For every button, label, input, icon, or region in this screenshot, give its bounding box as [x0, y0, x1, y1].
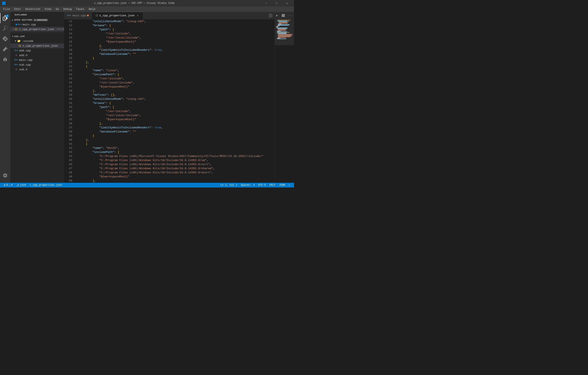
file-main-cpp[interactable]: C++ main.cpp	[10, 58, 64, 62]
line-num-45: 45	[65, 158, 72, 162]
tab-actions: ▶ ···	[268, 12, 294, 19]
layout-button[interactable]	[281, 12, 286, 19]
menu-debug[interactable]: Debug	[61, 7, 74, 11]
project-header[interactable]: ▼ VSC-CPP	[10, 33, 64, 39]
line-numbers: 11 12 13 14 15 16 17 18 19 20 21 22 23 2…	[64, 19, 75, 183]
menu-selection[interactable]: Selection	[23, 7, 42, 11]
status-language[interactable]: JSON	[277, 183, 287, 188]
file-sub-h[interactable]: C sub.h	[10, 67, 64, 72]
activity-git[interactable]	[0, 33, 10, 44]
status-feedback[interactable]: ☺	[287, 183, 292, 188]
tab-main-cpp-label: main.cpp	[73, 14, 86, 17]
line-num-13: 13	[65, 28, 72, 32]
menu-help[interactable]: Help	[87, 7, 98, 11]
sub-h-icon: C	[15, 68, 18, 71]
status-file[interactable]: c_cpp_properties.json	[28, 183, 64, 188]
line-num-43: 43	[65, 150, 72, 154]
maximize-button[interactable]: □	[272, 0, 282, 6]
main-cpp-tab-icon: C++	[67, 14, 71, 17]
line-num-12: 12	[65, 23, 72, 28]
code-line-47: "C:/Program Files (x86)/Windows Kits/10/…	[79, 166, 275, 171]
activity-debug[interactable]	[0, 54, 10, 64]
status-line-ending[interactable]: CRLF	[268, 183, 277, 188]
sub-cpp-icon: C++	[15, 63, 18, 66]
vscode-folder[interactable]: ▼ 📁 .vscode	[10, 39, 64, 43]
tab-close-button[interactable]: ✕	[136, 14, 139, 17]
code-line-25: "/usr/include",	[79, 76, 275, 81]
file-main-cpp-name: main.cpp	[19, 58, 32, 62]
split-editor-button[interactable]	[268, 12, 273, 19]
tab-c-cpp-props-label: c_cpp_properties.json	[99, 14, 135, 17]
code-line-37: "limitSymbolsToIncludedHeaders": true,	[79, 126, 275, 130]
json-tab-icon: {}	[95, 14, 98, 17]
window-title: c_cpp_properties.json — VSC-CPP — Visual…	[7, 2, 261, 5]
status-spaces[interactable]: Spaces: 4	[239, 183, 256, 188]
line-num-29: 29	[65, 93, 72, 97]
line-num-30: 30	[65, 97, 72, 101]
open-editors-header[interactable]: ▶ OPEN EDITORS 1 UNSAVED	[10, 17, 64, 22]
spaces-label: Spaces: 4	[241, 184, 255, 187]
file-sub-cpp[interactable]: C++ sub.cpp	[10, 62, 64, 67]
main-cpp-icon: C++	[15, 58, 18, 62]
more-actions-button[interactable]: ···	[287, 12, 293, 19]
activity-extensions[interactable]	[0, 44, 10, 54]
menu-tasks[interactable]: Tasks	[74, 7, 87, 11]
line-num-46: 46	[65, 162, 72, 166]
unsaved-indicator	[87, 15, 89, 16]
code-line-50: ],	[79, 179, 275, 183]
code-line-27: "${workspaceRoot}"	[79, 85, 275, 89]
activity-settings[interactable]	[0, 170, 10, 181]
line-num-39: 39	[65, 134, 72, 138]
line-num-49: 49	[65, 175, 72, 179]
json-icon: {}	[14, 28, 18, 31]
activity-search[interactable]	[0, 23, 10, 33]
status-errors[interactable]: ⊗ 0 ⚠ 0	[2, 183, 14, 188]
code-line-43: "includePath": [	[79, 150, 275, 154]
window-controls: ─ □ ✕	[261, 0, 292, 6]
file-add-h[interactable]: C add.h	[10, 53, 64, 58]
line-num-50: 50	[65, 179, 72, 183]
line-num-41: 41	[65, 142, 72, 146]
tab-main-cpp[interactable]: C++ main.cpp	[64, 12, 92, 19]
activity-explorer[interactable]: 1	[0, 13, 10, 23]
minimap[interactable]	[275, 19, 294, 183]
open-file-main-cpp[interactable]: C++ main.cpp	[10, 22, 64, 27]
h-file-icon: C	[15, 54, 18, 57]
status-encoding[interactable]: UTF-8	[256, 183, 268, 188]
code-line-20: }	[79, 56, 275, 60]
code-line-35: "${workspaceRoot}"	[79, 118, 275, 121]
menu-view[interactable]: View	[42, 7, 53, 11]
file-name-status: c_cpp_properties.json	[30, 184, 62, 187]
activity-bar: 1	[0, 12, 10, 183]
editor-content[interactable]: 11 12 13 14 15 16 17 18 19 20 21 22 23 2…	[64, 19, 294, 183]
run-button[interactable]: ▶	[274, 12, 280, 19]
main-layout: 1	[0, 12, 294, 183]
folder-arrow-icon: ▼	[14, 39, 17, 43]
tab-c-cpp-props[interactable]: {} c_cpp_properties.json ✕	[92, 12, 143, 19]
close-icon[interactable]: ✕	[13, 28, 14, 31]
open-file-c-cpp-props[interactable]: ✕ {} c_cpp_properties.json .vscode	[10, 27, 64, 32]
line-num-22: 22	[65, 64, 72, 68]
menu-edit[interactable]: Edit	[12, 7, 23, 11]
code-line-28: ],	[79, 89, 275, 93]
file-c-cpp-props-tree[interactable]: {} c_cpp_properties.json	[10, 43, 64, 48]
line-num-35: 35	[65, 118, 72, 121]
menu-file[interactable]: File	[1, 7, 12, 11]
title-bar: c_cpp_properties.json — VSC-CPP — Visual…	[0, 0, 294, 6]
close-button[interactable]: ✕	[282, 0, 292, 6]
json-file-icon: {}	[18, 44, 21, 48]
status-cursor[interactable]: Ln 1, Col 1	[219, 183, 239, 188]
code-line-11: "intelliSenseMode": "clang-x64",	[79, 19, 275, 23]
folder-icon: 📁	[17, 39, 21, 43]
code-area[interactable]: "intelliSenseMode": "clang-x64", "browse…	[75, 19, 275, 183]
code-line-18: "limitSymbolsToIncludedHeaders": true,	[79, 48, 275, 52]
code-line-36: ],	[79, 121, 275, 126]
unsaved-dot	[15, 24, 17, 25]
code-line-46: "C:/Program Files (x86)/Windows Kits/10/…	[79, 162, 275, 166]
minimize-button[interactable]: ─	[261, 0, 271, 6]
file-add-cpp[interactable]: C++ add.cpp	[10, 48, 64, 53]
code-line-44: "C:/Program Files (x86)/Microsoft Visual…	[79, 154, 275, 158]
menu-go[interactable]: Go	[53, 7, 61, 11]
status-branch[interactable]: ⎇ json	[14, 183, 28, 188]
code-line-22: {	[79, 64, 275, 68]
